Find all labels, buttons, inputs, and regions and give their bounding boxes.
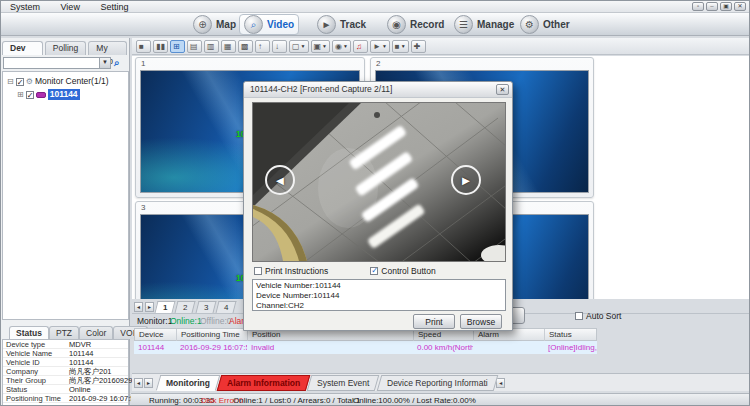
auto-sort-checkbox[interactable] <box>575 312 583 320</box>
nav-other-button[interactable]: ⚙ Other <box>516 14 574 35</box>
left-panel: Dev List Polling My Map ▼ ⌕ ⊟ ⚙ Monitor … <box>1 38 130 406</box>
six-view-icon[interactable]: ▤ <box>187 40 202 53</box>
control-button-label: Control Button <box>381 266 435 276</box>
info-tabs: Status PTZ Color VOIP <box>9 326 148 339</box>
page-up-icon[interactable]: ↑ <box>255 40 270 53</box>
print-instructions-checkbox[interactable] <box>254 267 262 275</box>
close-button[interactable]: ✕ <box>734 2 746 11</box>
tabs-scroll-left-icon[interactable]: ◄ <box>496 378 505 388</box>
tree-node-label: Monitor Center(1/1) <box>35 76 109 87</box>
screen-mode-icon[interactable]: ▣▼ <box>311 40 331 53</box>
tree-node-monitor-center[interactable]: ⊟ ⚙ Monitor Center(1/1) <box>7 76 109 87</box>
nav-record-label: Record <box>410 19 444 30</box>
video-toolbar: ■ ▮▮ ⊞ ▤ ▥ ▦ ▩ ↑ ↓ ▢▼ ▣▼ ◉▼ ♫ ►▼ ■▼ ✚ <box>132 38 750 55</box>
tab-polling[interactable]: Polling <box>45 41 87 55</box>
print-instructions-option[interactable]: Print Instructions <box>254 266 328 276</box>
page-tab-1[interactable]: 1 <box>155 301 176 313</box>
tab-color[interactable]: Color <box>79 326 113 339</box>
prop-label: Device type <box>6 340 45 349</box>
chevron-down-icon[interactable]: ▼ <box>99 58 110 68</box>
other-icon: ⚙ <box>520 15 539 34</box>
nav-track-label: Track <box>340 19 366 30</box>
tree-checkbox[interactable] <box>16 78 24 86</box>
gear-icon: ⚙ <box>26 76 33 87</box>
nav-map-button[interactable]: ⊕ Map <box>189 14 240 35</box>
eight-view-icon[interactable]: ▥ <box>204 40 219 53</box>
tab-dev-list[interactable]: Dev List <box>2 41 43 55</box>
tab-alarm-information[interactable]: Alarm Information <box>217 375 311 391</box>
panel-number: 2 <box>376 59 380 68</box>
prop-label: Vehicle ID <box>6 358 40 367</box>
nav-manage-label: Manage <box>477 19 514 30</box>
stop-icon[interactable]: ■▼ <box>392 40 409 53</box>
prop-label: Status <box>6 385 27 394</box>
cell-positioning-time: 2016-09-29 16:07:59 <box>176 341 247 354</box>
browse-button[interactable]: Browse <box>460 314 502 329</box>
expand-icon[interactable]: ⊞ <box>17 89 24 100</box>
dialog-title[interactable]: 101144-CH2 [Front-end Capture 2/11] <box>244 82 512 98</box>
col-status[interactable]: Status <box>545 329 596 341</box>
screen-toggle-button[interactable]: ▫ <box>692 2 704 11</box>
tab-device-reporting[interactable]: Device Reporting Informati <box>376 375 497 391</box>
table-row[interactable]: 101144 2016-09-29 16:07:59 Invalid 0.00 … <box>134 341 597 354</box>
maximize-button[interactable]: ▣ <box>720 2 732 11</box>
collapse-icon[interactable]: ⊟ <box>7 76 14 87</box>
snapshot-icon[interactable]: ◉▼ <box>332 40 351 53</box>
nine-view-icon[interactable]: ▦ <box>221 40 236 53</box>
page-tab-4[interactable]: 4 <box>216 301 237 313</box>
control-button-option[interactable]: Control Button <box>370 266 435 276</box>
page-tab-3[interactable]: 3 <box>195 301 216 313</box>
sixteen-view-icon[interactable]: ▩ <box>238 40 253 53</box>
audio-icon[interactable]: ♫ <box>353 40 368 53</box>
dialog-options: Print Instructions Control Button <box>254 266 436 276</box>
col-positioning-time[interactable]: Positioning Time <box>177 329 248 341</box>
page-down-icon[interactable]: ↓ <box>272 40 287 53</box>
menu-system[interactable]: System <box>1 1 49 13</box>
menu-view[interactable]: View <box>52 1 89 13</box>
nav-video-button[interactable]: ⌕ Video <box>239 14 299 35</box>
prop-value: 尚凡客户201 <box>69 367 112 376</box>
page-left-icon[interactable]: ◄ <box>134 302 143 312</box>
col-device[interactable]: Device <box>135 329 177 341</box>
nav-track-button[interactable]: ► Track <box>313 14 370 35</box>
channel-line: Channel:CH2 <box>256 301 502 311</box>
tab-status[interactable]: Status <box>9 326 49 339</box>
tabs-right-icon[interactable]: ► <box>144 378 153 388</box>
auto-sort-label: Auto Sort <box>586 311 621 321</box>
device-search-input[interactable]: ▼ <box>3 57 111 69</box>
control-button-checkbox[interactable] <box>370 267 378 275</box>
menu-setting[interactable]: Setting <box>91 1 137 13</box>
tree-checkbox[interactable] <box>26 91 34 99</box>
page-tab-2[interactable]: 2 <box>175 301 196 313</box>
tab-system-event[interactable]: System Event <box>307 375 380 391</box>
capture-info-textbox[interactable]: Vehicle Number:101144 Device Number:1011… <box>252 279 506 311</box>
previous-capture-button[interactable]: ◄ <box>265 165 295 195</box>
close-icon[interactable]: ✕ <box>496 84 509 95</box>
play-icon[interactable]: ►▼ <box>370 40 390 53</box>
nav-record-button[interactable]: ◉ Record <box>383 14 448 35</box>
tab-monitoring[interactable]: Monitoring <box>156 375 220 391</box>
tab-ptz[interactable]: PTZ <box>49 326 79 339</box>
dual-view-icon[interactable]: ▮▮ <box>153 40 168 53</box>
capture-photo: ◄ ► <box>252 102 506 262</box>
display-select-icon[interactable]: ▢▼ <box>289 40 309 53</box>
next-capture-button[interactable]: ► <box>451 165 481 195</box>
nav-manage-button[interactable]: ☰ Manage <box>450 14 518 35</box>
fullscreen-icon[interactable]: ✚ <box>411 40 426 53</box>
tab-my-map[interactable]: My Map <box>88 41 127 55</box>
statusbar: Running: 00:03:35 Disk Error:0 Online:1 … <box>131 393 750 406</box>
tree-node-vehicle[interactable]: ⊞ 101144 <box>17 89 80 100</box>
vehicle-icon <box>36 92 46 98</box>
minimize-button[interactable]: – <box>706 2 718 11</box>
quad-view-icon[interactable]: ⊞ <box>170 40 185 53</box>
tree-node-label-selected: 101144 <box>48 89 80 100</box>
prop-value: 101144 <box>69 358 93 367</box>
page-right-icon[interactable]: ► <box>145 302 154 312</box>
prop-label: Positioning Time <box>6 394 61 403</box>
single-view-icon[interactable]: ■ <box>136 40 151 53</box>
sidebar-tabs: Dev List Polling My Map <box>2 41 129 55</box>
tabs-left-icon[interactable]: ◄ <box>134 378 143 388</box>
print-button[interactable]: Print <box>413 314 455 329</box>
search-icon[interactable]: ⌕ <box>114 56 127 69</box>
video-icon: ⌕ <box>244 15 263 34</box>
